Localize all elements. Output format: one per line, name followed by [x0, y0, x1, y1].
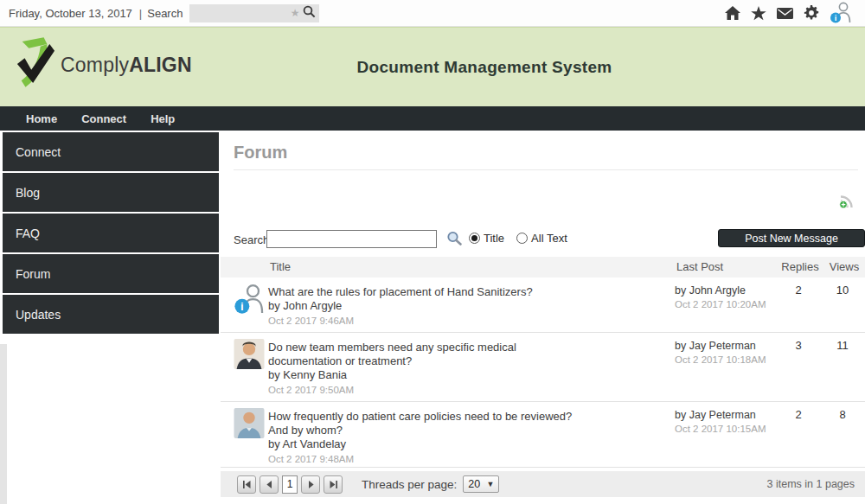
pager-buttons: 1: [237, 475, 343, 494]
user-info-icon[interactable]: i: [830, 2, 853, 24]
left-gutter: [0, 344, 7, 504]
pagination-bar: 1 Threads per page: 20 ▼ 3 items in 1 pa…: [221, 471, 865, 497]
replies-count: 2: [777, 284, 820, 297]
radio-all-text[interactable]: All Text: [516, 232, 567, 245]
threads-per-page-label: Threads per page:: [362, 478, 457, 491]
radio-all-text-control[interactable]: [516, 233, 528, 244]
photo-avatar: [234, 339, 265, 373]
page-title: Forum: [234, 143, 287, 163]
page-body: Connect Blog FAQ Forum Updates Forum Sea…: [0, 131, 865, 504]
last-post-author: by John Argyle: [675, 284, 787, 297]
top-utility-bar: Friday, October 13, 2017 | Search ★ i: [0, 0, 865, 27]
last-post-date: Oct 2 2017 10:15AM: [675, 422, 787, 436]
post-new-message-button[interactable]: Post New Message: [718, 229, 865, 247]
header-replies[interactable]: Replies: [778, 260, 822, 273]
nav-item-connect[interactable]: Connect: [81, 112, 126, 125]
views-count: 10: [825, 284, 860, 297]
current-page-button[interactable]: 1: [282, 475, 298, 494]
thread-rows: i What are the rules for placement of Ha…: [221, 278, 865, 468]
table-row[interactable]: How frequently do patient care policies …: [221, 402, 865, 468]
photo-avatar: [234, 408, 265, 442]
header-views[interactable]: Views: [827, 260, 862, 273]
forum-search-input[interactable]: [266, 230, 437, 248]
last-post-date: Oct 2 2017 10:18AM: [675, 353, 787, 367]
search-scope-radios: Title All Text: [469, 232, 567, 245]
forum-content: Forum Search: Title All Text: [219, 131, 865, 504]
prev-page-button[interactable]: [260, 475, 279, 494]
gear-icon[interactable]: [804, 5, 819, 21]
thread-title-link[interactable]: How frequently do patient care policies …: [268, 410, 588, 437]
last-post-author: by Jay Peterman: [675, 408, 787, 422]
thread-summary: How frequently do patient care policies …: [268, 410, 588, 466]
mail-icon[interactable]: [777, 8, 793, 19]
views-count: 11: [825, 339, 860, 352]
thread-date: Oct 2 2017 9:46AM: [268, 314, 588, 328]
thread-author: by John Argyle: [268, 299, 588, 313]
thread-summary: What are the rules for placement of Hand…: [268, 285, 588, 328]
sidebar-item-faq[interactable]: FAQ: [3, 214, 219, 254]
last-post-date: Oct 2 2017 10:20AM: [675, 297, 787, 311]
user-info-icon: i: [234, 284, 266, 319]
radio-title[interactable]: Title: [469, 232, 504, 245]
threads-per-page-select[interactable]: 20 ▼: [463, 475, 499, 493]
svg-text:i: i: [240, 300, 244, 313]
last-post-cell: by Jay Peterman Oct 2 2017 10:15AM: [675, 408, 787, 436]
title-divider: [234, 169, 858, 170]
thread-summary: Do new team members need any specific me…: [268, 341, 588, 397]
views-count: 8: [825, 408, 860, 421]
app-header: ComplyALIGN Document Management System: [0, 27, 865, 106]
sidebar-item-connect[interactable]: Connect: [3, 132, 219, 173]
thread-date: Oct 2 2017 9:48AM: [268, 452, 588, 466]
topbar-search-input[interactable]: [195, 7, 286, 19]
radio-all-text-label: All Text: [531, 232, 567, 245]
sidebar-item-blog[interactable]: Blog: [3, 173, 219, 214]
rss-subscribe-icon[interactable]: [839, 194, 855, 213]
next-page-button[interactable]: [301, 475, 320, 494]
table-row[interactable]: Do new team members need any specific me…: [221, 333, 865, 402]
topbar-icon-group: i: [725, 2, 856, 24]
items-summary: 3 items in 1 pages: [767, 478, 855, 490]
last-page-button[interactable]: [324, 475, 343, 494]
star-icon[interactable]: [751, 6, 766, 21]
header-title[interactable]: Title: [270, 260, 291, 273]
replies-count: 3: [777, 339, 820, 352]
home-icon[interactable]: [725, 6, 740, 20]
nav-item-help[interactable]: Help: [151, 112, 175, 125]
replies-count: 2: [777, 408, 820, 421]
svg-text:i: i: [835, 13, 837, 22]
thread-date: Oct 2 2017 9:50AM: [268, 383, 588, 397]
search-icon[interactable]: [303, 5, 316, 21]
threads-per-page-value: 20: [468, 478, 480, 490]
thread-table-header: Title Last Post Replies Views: [221, 257, 865, 278]
first-page-button[interactable]: [237, 475, 256, 494]
thread-author: by Kenny Bania: [268, 368, 588, 382]
divider: |: [139, 7, 142, 20]
radio-title-control[interactable]: [469, 233, 480, 244]
current-date: Friday, October 13, 2017: [9, 7, 132, 20]
thread-title-link[interactable]: Do new team members need any specific me…: [268, 341, 588, 368]
last-post-author: by Jay Peterman: [675, 339, 787, 353]
logo-checkmark-icon: [16, 36, 55, 93]
radio-title-label: Title: [484, 232, 504, 245]
thread-author: by Art Vandelay: [268, 437, 588, 451]
sidebar: Connect Blog FAQ Forum Updates: [3, 132, 219, 335]
main-navigation: Home Connect Help: [0, 106, 865, 131]
last-post-cell: by Jay Peterman Oct 2 2017 10:18AM: [675, 339, 787, 367]
header-last-post[interactable]: Last Post: [676, 260, 723, 273]
favorite-star-icon[interactable]: ★: [291, 7, 300, 19]
topbar-search-box[interactable]: ★: [189, 4, 319, 22]
chevron-down-icon: ▼: [486, 480, 494, 488]
system-title: Document Management System: [104, 28, 865, 107]
sidebar-item-forum[interactable]: Forum: [3, 254, 219, 295]
topbar-search-label: Search: [147, 7, 183, 20]
forum-search-icon[interactable]: [445, 230, 463, 251]
last-post-cell: by John Argyle Oct 2 2017 10:20AM: [675, 284, 787, 311]
nav-item-home[interactable]: Home: [26, 112, 57, 125]
table-row[interactable]: i What are the rules for placement of Ha…: [221, 278, 865, 333]
sidebar-item-updates[interactable]: Updates: [3, 295, 219, 335]
thread-title-link[interactable]: What are the rules for placement of Hand…: [268, 285, 588, 299]
